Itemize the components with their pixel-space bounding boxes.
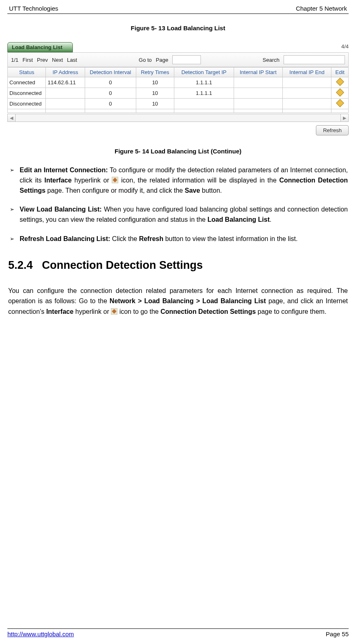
cell-istart	[234, 109, 282, 113]
prev-link[interactable]: Prev	[37, 57, 48, 63]
table-row: Disconnected 0 10	[8, 99, 349, 109]
figure-caption-13: Figure 5- 13 Load Balancing List	[7, 25, 349, 32]
cell-ip	[46, 109, 85, 113]
page-header: UTT Technologies Chapter 5 Network	[7, 5, 349, 14]
cell-iend	[282, 88, 331, 99]
cell-retry: 10	[136, 88, 174, 99]
cell-iend	[282, 77, 331, 88]
header-left: UTT Technologies	[9, 5, 58, 12]
page-footer: http://www.uttglobal.com Page 55	[7, 628, 349, 637]
section-body: You can configure the connection detecti…	[7, 286, 349, 317]
bullet-title: Refresh Load Balancing List:	[20, 235, 110, 242]
table-row: Disconnected 0 10 1.1.1.1	[8, 88, 349, 99]
cell-iend	[282, 109, 331, 113]
figure-caption-14: Figure 5- 14 Load Balancing List (Contin…	[7, 148, 349, 155]
load-balancing-widget: 4/4 Load Balancing List 1/1 First Prev N…	[7, 42, 349, 135]
cell-istart	[234, 99, 282, 109]
edit-icon[interactable]	[336, 78, 344, 86]
th-retry: Retry Times	[136, 68, 174, 77]
search-label: Search	[263, 57, 279, 63]
cell-target: 1.1.1.1	[174, 77, 234, 88]
footer-page: Page 55	[326, 630, 349, 637]
cell-status: Disconnected	[8, 99, 46, 109]
pager-display: 1/1	[11, 57, 18, 63]
next-link[interactable]: Next	[52, 57, 63, 63]
cell-retry	[136, 109, 174, 113]
section-heading: 5.2.4 Connection Detection Settings	[8, 259, 349, 272]
cell-edit[interactable]	[331, 99, 349, 109]
th-iend: Internal IP End	[282, 68, 331, 77]
bullet-list: Edit an Internet Connection: To configur…	[8, 165, 348, 244]
cell-retry: 10	[136, 99, 174, 109]
scroll-left-icon[interactable]: ◀	[7, 114, 16, 122]
cell-interval: 0	[85, 88, 136, 99]
bullet-edit-connection: Edit an Internet Connection: To configur…	[8, 165, 348, 196]
first-link[interactable]: First	[23, 57, 33, 63]
footer-url[interactable]: http://www.uttglobal.com	[7, 630, 74, 637]
th-target: Detection Target IP	[174, 68, 234, 77]
cell-status: Connected	[8, 77, 46, 88]
page-input[interactable]	[172, 55, 201, 64]
bullet-refresh-list: Refresh Load Balancing List: Click the R…	[8, 234, 348, 244]
th-interval: Detection Interval	[85, 68, 136, 77]
edit-icon	[111, 308, 117, 315]
scroll-right-icon[interactable]: ▶	[340, 114, 349, 122]
bullet-title: Edit an Internet Connection:	[20, 167, 108, 173]
bullet-title: View Load Balancing List:	[20, 206, 102, 213]
page-label: Page	[156, 57, 168, 63]
th-istart: Internal IP Start	[234, 68, 282, 77]
refresh-button[interactable]: Refresh	[316, 125, 349, 135]
cell-interval: 0	[85, 77, 136, 88]
cell-istart	[234, 88, 282, 99]
th-edit: Edit	[331, 68, 349, 77]
table-row	[8, 109, 349, 113]
search-input[interactable]	[284, 55, 345, 64]
cell-status: Disconnected	[8, 88, 46, 99]
cell-status	[8, 109, 46, 113]
cell-iend	[282, 99, 331, 109]
edit-icon	[112, 177, 118, 183]
th-status: Status	[8, 68, 46, 77]
cell-ip: 114.62.6.11	[46, 77, 85, 88]
section-title: Connection Detection Settings	[42, 259, 203, 271]
header-right: Chapter 5 Network	[296, 5, 347, 12]
cell-target	[174, 109, 234, 113]
cell-ip	[46, 88, 85, 99]
row-count: 4/4	[341, 43, 349, 50]
scroll-track[interactable]	[16, 114, 340, 122]
load-balancing-table: Status IP Address Detection Interval Ret…	[7, 67, 349, 113]
cell-interval: 0	[85, 99, 136, 109]
table-row: Connected 114.62.6.11 0 10 1.1.1.1	[8, 77, 349, 88]
edit-icon[interactable]	[336, 88, 344, 97]
tab-load-balancing-list[interactable]: Load Balancing List	[7, 42, 73, 52]
edit-icon[interactable]	[336, 99, 344, 107]
cell-target: 1.1.1.1	[174, 88, 234, 99]
cell-interval	[85, 109, 136, 113]
cell-target	[174, 99, 234, 109]
cell-istart	[234, 77, 282, 88]
section-number: 5.2.4	[8, 259, 33, 271]
cell-retry: 10	[136, 77, 174, 88]
table-header-row: Status IP Address Detection Interval Ret…	[8, 68, 349, 77]
bullet-view-list: View Load Balancing List: When you have …	[8, 205, 348, 225]
cell-ip	[46, 99, 85, 109]
goto-label: Go to	[139, 57, 152, 63]
toolbar: 1/1 First Prev Next Last Go to Page Sear…	[7, 52, 349, 67]
cell-edit[interactable]	[331, 77, 349, 88]
horizontal-scrollbar[interactable]: ◀ ▶	[7, 114, 349, 122]
cell-edit	[331, 109, 349, 113]
cell-edit[interactable]	[331, 88, 349, 99]
header-rule	[7, 14, 349, 14]
last-link[interactable]: Last	[67, 57, 77, 63]
th-ip: IP Address	[46, 68, 85, 77]
